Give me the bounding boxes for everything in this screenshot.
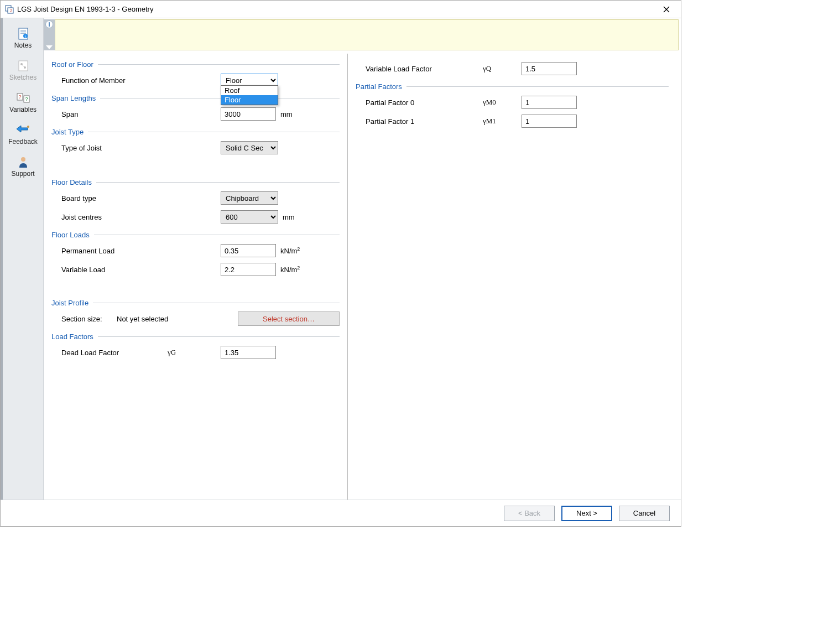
group-partial-factors: Partial Factors bbox=[356, 82, 669, 91]
symbol-gamma-q: γQ bbox=[483, 64, 522, 73]
cancel-button[interactable]: Cancel bbox=[619, 506, 670, 521]
next-button[interactable]: Next > bbox=[561, 506, 612, 521]
permanent-load-input[interactable] bbox=[221, 244, 276, 257]
dropdown-option-roof[interactable]: Roof bbox=[221, 86, 278, 95]
chevron-down-icon bbox=[46, 45, 53, 49]
joist-centres-select[interactable]: 600 bbox=[221, 210, 278, 224]
variable-load-input[interactable] bbox=[221, 263, 276, 276]
svg-text:?: ? bbox=[25, 96, 28, 102]
function-dropdown-list[interactable]: Roof Floor bbox=[221, 85, 278, 105]
unit-knm2: kN/m2 bbox=[280, 265, 300, 274]
group-load-factors: Load Factors bbox=[51, 333, 340, 341]
app-icon: 2 bbox=[5, 5, 14, 14]
label-type-of-joist: Type of Joist bbox=[61, 144, 194, 152]
svg-point-16 bbox=[27, 126, 29, 128]
svg-text:i: i bbox=[25, 34, 26, 39]
sidebar-item-support[interactable]: Support bbox=[3, 154, 43, 179]
notes-icon: i bbox=[15, 27, 31, 40]
sidebar-item-label: Variables bbox=[9, 106, 37, 113]
partial-factor-1-input[interactable] bbox=[522, 115, 577, 128]
sidebar-item-sketches[interactable]: Sketches bbox=[3, 58, 43, 82]
label-variable-load: Variable Load bbox=[61, 266, 194, 274]
group-span-lengths: Span Lengths bbox=[51, 94, 340, 102]
sidebar-item-label: Support bbox=[11, 170, 34, 178]
label-partial-factor-0: Partial Factor 0 bbox=[366, 98, 483, 107]
group-joist-profile: Joist Profile bbox=[51, 299, 340, 307]
symbol-gamma-g: γG bbox=[168, 348, 221, 357]
sidebar-item-feedback[interactable]: Feedback bbox=[3, 122, 43, 147]
variables-icon: ?? bbox=[15, 91, 31, 105]
label-board-type: Board type bbox=[61, 194, 194, 202]
sidebar-item-variables[interactable]: ?? Variables bbox=[3, 90, 43, 115]
label-function-of-member: Function of Member bbox=[61, 76, 194, 85]
unit-mm: mm bbox=[280, 110, 293, 118]
board-type-select[interactable]: Chipboard bbox=[221, 191, 278, 205]
select-section-button[interactable]: Select section… bbox=[238, 311, 340, 326]
info-body bbox=[55, 19, 679, 50]
sidebar-item-notes[interactable]: i Notes bbox=[3, 26, 43, 50]
info-banner: i bbox=[44, 19, 679, 50]
group-roof-or-floor: Roof or Floor bbox=[51, 60, 340, 69]
label-permanent-load: Permanent Load bbox=[61, 247, 194, 255]
label-dead-load-factor: Dead Load Factor bbox=[61, 349, 168, 357]
dead-load-factor-input[interactable] bbox=[221, 346, 276, 359]
sidebar-item-label: Sketches bbox=[9, 74, 37, 81]
type-of-joist-select[interactable]: Solid C Sec bbox=[221, 141, 278, 154]
partial-factor-0-input[interactable] bbox=[522, 96, 577, 109]
svg-point-17 bbox=[21, 157, 25, 162]
sidebar-item-label: Feedback bbox=[8, 138, 38, 146]
group-joist-type: Joist Type bbox=[51, 128, 340, 136]
svg-text:2: 2 bbox=[10, 8, 13, 13]
symbol-gamma-m0: γM0 bbox=[483, 98, 522, 107]
group-floor-details: Floor Details bbox=[51, 178, 340, 186]
close-button[interactable] bbox=[655, 2, 677, 17]
group-floor-loads: Floor Loads bbox=[51, 231, 340, 239]
feedback-icon bbox=[15, 123, 31, 137]
section-size-value: Not yet selected bbox=[117, 315, 228, 323]
label-joist-centres: Joist centres bbox=[61, 213, 194, 221]
title-bar: 2 LGS Joist Design EN 1993-1-3 - Geometr… bbox=[1, 1, 681, 18]
span-input[interactable] bbox=[221, 107, 276, 121]
sidebar: i Notes Sketches ?? Variables Feedback bbox=[3, 18, 44, 500]
label-variable-load-factor: Variable Load Factor bbox=[366, 65, 483, 73]
sidebar-item-label: Notes bbox=[14, 41, 32, 49]
back-button[interactable]: < Back bbox=[504, 506, 555, 521]
label-section-size: Section size: bbox=[61, 315, 117, 323]
wizard-footer: < Back Next > Cancel bbox=[1, 500, 681, 526]
dropdown-option-floor[interactable]: Floor bbox=[221, 95, 278, 105]
label-partial-factor-1: Partial Factor 1 bbox=[366, 117, 483, 126]
unit-mm: mm bbox=[283, 213, 295, 221]
info-gutter[interactable]: i bbox=[44, 19, 55, 50]
variable-load-factor-input[interactable] bbox=[522, 62, 577, 75]
window-title: LGS Joist Design EN 1993-1-3 - Geometry bbox=[17, 5, 655, 13]
symbol-gamma-m1: γM1 bbox=[483, 117, 522, 126]
sketches-icon bbox=[15, 59, 31, 72]
svg-text:?: ? bbox=[18, 94, 21, 100]
support-icon bbox=[15, 155, 31, 169]
label-span: Span bbox=[61, 110, 194, 118]
unit-knm2: kN/m2 bbox=[280, 246, 300, 255]
info-icon: i bbox=[45, 20, 53, 28]
